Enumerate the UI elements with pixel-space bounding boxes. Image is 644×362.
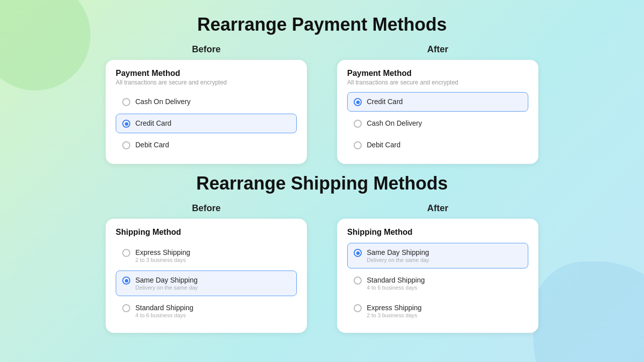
- payment-before-label: Before: [192, 44, 220, 55]
- shipping-before-card: Shipping Method Express Shipping 2 to 3 …: [106, 219, 307, 333]
- payment-title: Rearrange Payment Methods: [197, 14, 447, 35]
- payment-before-card-subtitle: All transactions are secure and encrypte…: [116, 79, 297, 86]
- shipping-after-option-2[interactable]: Express Shipping 2 to 3 business days: [347, 298, 528, 324]
- shipping-before-label: Before: [192, 203, 220, 214]
- payment-before-label-1: Credit Card: [135, 119, 172, 127]
- shipping-after-radio-2: [354, 304, 362, 312]
- shipping-before-option-0[interactable]: Express Shipping 2 to 3 business days: [116, 243, 297, 268]
- payment-after-radio-1: [354, 120, 362, 128]
- shipping-after-option-0[interactable]: Same Day Shipping Delivery on the same d…: [347, 243, 528, 268]
- payment-before-option-2[interactable]: Debit Card: [116, 135, 297, 155]
- shipping-after-card-title: Shipping Method: [347, 228, 528, 237]
- payment-after-column: After Payment Method All transactions ar…: [337, 44, 538, 164]
- shipping-after-card: Shipping Method Same Day Shipping Delive…: [337, 219, 538, 333]
- payment-after-label-2: Debit Card: [367, 141, 400, 149]
- shipping-after-option-1[interactable]: Standard Shipping 4 to 6 business days: [347, 270, 528, 296]
- payment-after-option-1[interactable]: Cash On Delivery: [347, 114, 528, 133]
- payment-before-radio-1: [122, 120, 130, 128]
- payment-before-label-2: Debit Card: [135, 141, 169, 149]
- payment-after-label: After: [427, 44, 448, 55]
- shipping-before-card-title: Shipping Method: [116, 228, 297, 237]
- shipping-title: Rearrange Shipping Methods: [196, 173, 448, 194]
- shipping-after-option-label-2: Express Shipping: [367, 304, 422, 312]
- page-content: Rearrange Payment Methods Before Payment…: [0, 0, 644, 346]
- payment-after-card: Payment Method All transactions are secu…: [337, 60, 538, 164]
- shipping-after-radio-1: [354, 277, 362, 285]
- shipping-after-option-desc-0: Delivery on the same day: [367, 257, 429, 263]
- shipping-before-radio-1: [122, 277, 130, 285]
- shipping-after-label: After: [427, 203, 448, 214]
- shipping-after-option-label-1: Standard Shipping: [367, 276, 425, 284]
- payment-after-radio-0: [354, 98, 362, 106]
- payment-after-radio-2: [354, 141, 362, 149]
- shipping-before-option-desc-2: 4 to 6 business days: [135, 312, 193, 318]
- payment-section: Rearrange Payment Methods Before Payment…: [20, 14, 624, 164]
- payment-before-option-1[interactable]: Credit Card: [116, 114, 297, 133]
- shipping-before-option-desc-1: Delivery on the same day: [135, 285, 198, 291]
- shipping-before-after-row: Before Shipping Method Express Shipping …: [20, 203, 624, 333]
- shipping-after-option-desc-1: 4 to 6 business days: [367, 285, 425, 291]
- payment-after-card-subtitle: All transactions are secure and encrypte…: [347, 79, 528, 86]
- shipping-before-option-label-2: Standard Shipping: [135, 304, 193, 312]
- shipping-before-option-label-1: Same Day Shipping: [135, 276, 198, 284]
- shipping-after-column: After Shipping Method Same Day Shipping …: [337, 203, 538, 333]
- shipping-before-radio-2: [122, 304, 130, 312]
- shipping-before-option-label-0: Express Shipping: [135, 248, 190, 256]
- payment-before-after-row: Before Payment Method All transactions a…: [20, 44, 624, 164]
- shipping-after-option-label-0: Same Day Shipping: [367, 248, 429, 256]
- payment-before-radio-0: [122, 98, 130, 106]
- shipping-before-option-2[interactable]: Standard Shipping 4 to 6 business days: [116, 298, 297, 324]
- payment-before-radio-2: [122, 141, 130, 149]
- shipping-before-column: Before Shipping Method Express Shipping …: [106, 203, 307, 333]
- payment-after-option-2[interactable]: Debit Card: [347, 135, 528, 155]
- payment-before-label-0: Cash On Delivery: [135, 98, 191, 106]
- shipping-section: Rearrange Shipping Methods Before Shippi…: [20, 173, 624, 333]
- shipping-before-radio-0: [122, 249, 130, 257]
- payment-after-card-title: Payment Method: [347, 69, 528, 78]
- payment-after-option-0[interactable]: Credit Card: [347, 92, 528, 112]
- payment-before-option-0[interactable]: Cash On Delivery: [116, 92, 297, 112]
- shipping-after-option-desc-2: 2 to 3 business days: [367, 312, 422, 318]
- payment-before-column: Before Payment Method All transactions a…: [106, 44, 307, 164]
- payment-before-card-title: Payment Method: [116, 69, 297, 78]
- payment-before-card: Payment Method All transactions are secu…: [106, 60, 307, 164]
- payment-after-label-1: Cash On Delivery: [367, 119, 422, 127]
- shipping-before-option-desc-0: 2 to 3 business days: [135, 257, 190, 263]
- payment-after-label-0: Credit Card: [367, 98, 403, 106]
- shipping-before-option-1[interactable]: Same Day Shipping Delivery on the same d…: [116, 270, 297, 296]
- shipping-after-radio-0: [354, 249, 362, 257]
